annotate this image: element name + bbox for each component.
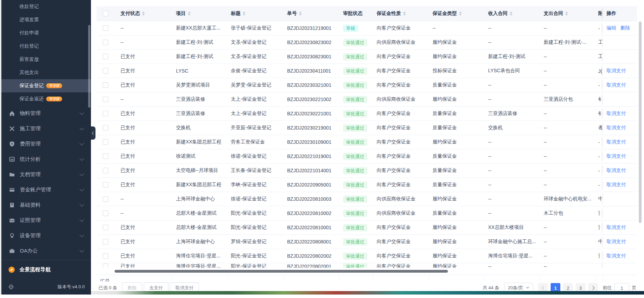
row-checkbox[interactable]: [103, 196, 108, 202]
sidebar-section-7[interactable]: 证照管理: [1, 213, 91, 228]
row-checkbox[interactable]: [103, 82, 108, 88]
sidebar-section-1[interactable]: 施工管理: [1, 121, 91, 136]
row-checkbox[interactable]: [103, 225, 108, 230]
action-link[interactable]: 取消支付: [607, 110, 626, 117]
select-all-checkbox[interactable]: [103, 11, 108, 16]
sidebar-item-flow-nav[interactable]: 全景流程导航: [1, 262, 91, 278]
sort-caret-icon[interactable]: [142, 11, 145, 16]
cell-nature: 向客户交保证金: [373, 125, 429, 131]
action-link[interactable]: 取消支付: [607, 139, 626, 145]
approval-status-badge: 审批通过: [343, 96, 367, 103]
horizontal-scrollbar[interactable]: [97, 270, 637, 273]
vertical-scrollbar-thumb[interactable]: [639, 22, 642, 223]
sidebar-section-6[interactable]: 基础资料: [1, 197, 91, 213]
cell-income: LYSC承包合同: [485, 68, 540, 74]
cell-actions: 取消支付: [603, 149, 637, 163]
cell-title: 文圣-保证金登记: [227, 39, 284, 45]
cell-text: 交换机: [488, 125, 503, 130]
column-header-approval: 审批状态: [340, 10, 373, 17]
action-link[interactable]: 取消支付: [607, 68, 626, 74]
row-checkbox[interactable]: [103, 97, 108, 102]
row-checkbox[interactable]: [103, 264, 108, 268]
chevron-right-icon: [591, 286, 594, 290]
column-header-nature[interactable]: 保证金性质: [373, 10, 429, 17]
row-checkbox[interactable]: [103, 239, 108, 245]
row-checkbox[interactable]: [103, 68, 108, 74]
cell-text: --: [488, 82, 491, 88]
row-checkbox-cell: [97, 168, 117, 173]
sidebar-section-5[interactable]: 资金账户管理: [1, 182, 91, 197]
action-link[interactable]: 取消支付: [607, 167, 626, 174]
sidebar-section-9[interactable]: OA办公: [1, 243, 91, 258]
action-link[interactable]: 取消支付: [607, 224, 626, 231]
cell-text: XX总部大楼项目: [488, 224, 524, 230]
table-row: --三亚酒店装修太上-保证金登记BZJDJ20230221002审批通过向供应商…: [97, 92, 637, 107]
action-link[interactable]: 编辑: [607, 25, 616, 31]
row-checkbox[interactable]: [103, 154, 108, 159]
horizontal-scrollbar-thumb[interactable]: [115, 270, 448, 273]
cell-no: BZJDJ20230221001: [284, 111, 340, 116]
cell-text: --: [120, 40, 124, 45]
action-link[interactable]: 取消支付: [607, 82, 626, 88]
row-checkbox[interactable]: [103, 168, 108, 173]
cell-expense: --: [540, 168, 596, 173]
sort-caret-icon[interactable]: [565, 11, 568, 16]
column-header-income[interactable]: 收入合同: [485, 10, 540, 17]
sidebar-scrollbar[interactable]: [88, 25, 90, 108]
sidebar-section-4[interactable]: 文档管理: [1, 167, 91, 182]
sidebar-item-5[interactable]: 其他支出: [1, 66, 91, 79]
sidebar-item-0[interactable]: 收款登记: [1, 0, 91, 13]
column-header-pay[interactable]: 支付状态: [117, 10, 173, 17]
action-link[interactable]: 取消支付: [607, 125, 626, 131]
row-checkbox-cell: [97, 253, 117, 259]
sidebar-section-0[interactable]: 物料管理: [1, 106, 91, 121]
column-header-no[interactable]: 单号: [284, 10, 340, 17]
sort-caret-icon[interactable]: [188, 11, 191, 16]
row-checkbox[interactable]: [103, 40, 108, 45]
action-link[interactable]: 取消支付: [607, 253, 626, 259]
sidebar-item-1[interactable]: 进项发票: [1, 13, 91, 26]
action-link[interactable]: 取消支付: [607, 153, 626, 159]
sort-caret-icon[interactable]: [299, 11, 302, 16]
cell-income: 环球金融中心施工总...: [485, 239, 540, 245]
cell-pay: --: [117, 40, 173, 45]
sidebar-item-2[interactable]: 付款申请: [1, 26, 91, 40]
row-checkbox[interactable]: [103, 54, 108, 59]
row-checkbox[interactable]: [103, 182, 108, 188]
gear-icon[interactable]: [8, 284, 14, 290]
cell-actions: 取消支付: [603, 249, 637, 263]
sidebar-section-3[interactable]: 统计分析: [1, 151, 91, 167]
column-header-type[interactable]: 保证金类型: [429, 10, 485, 17]
action-link[interactable]: 取消支付: [607, 239, 626, 245]
sidebar-item-7[interactable]: 保证金返还专业版: [1, 92, 91, 106]
sidebar-item-6[interactable]: 保证金登记专业版: [1, 79, 91, 92]
row-checkbox[interactable]: [103, 125, 108, 131]
sort-caret-icon[interactable]: [403, 11, 406, 16]
cell-title: 文圣-保证金登记: [227, 53, 284, 60]
row-checkbox[interactable]: [103, 210, 108, 216]
row-checkbox[interactable]: [103, 139, 108, 145]
sidebar-section-2[interactable]: ¥费用管理: [1, 136, 91, 151]
sidebar-item-3[interactable]: 付款登记: [1, 40, 91, 53]
row-checkbox[interactable]: [103, 25, 108, 31]
flow-nav-label: 全景流程导航: [19, 266, 51, 273]
row-checkbox[interactable]: [103, 253, 108, 259]
column-header-expense[interactable]: 支出合同: [540, 10, 596, 17]
sort-caret-icon[interactable]: [510, 11, 512, 16]
sidebar-section-8[interactable]: 设备管理: [1, 228, 91, 243]
column-header-project[interactable]: 项目: [173, 10, 227, 17]
cell-nature: 向供应商收保证金: [373, 96, 429, 102]
cell-approval: 审批通过: [340, 139, 373, 146]
sidebar-item-4[interactable]: 薪资发放: [1, 53, 91, 66]
cell-approval: 审批通过: [340, 181, 373, 189]
sort-caret-icon[interactable]: [459, 11, 462, 16]
action-link[interactable]: 删除: [620, 25, 630, 31]
sidebar-collapse-handle[interactable]: [91, 126, 95, 140]
column-header-title[interactable]: 标题: [227, 10, 284, 17]
sort-caret-icon[interactable]: [243, 11, 245, 16]
cell-type: 履约保证金: [429, 263, 485, 268]
tools-icon: [9, 126, 15, 132]
action-link[interactable]: 取消支付: [607, 182, 626, 188]
row-checkbox[interactable]: [103, 111, 108, 116]
table-row: 已支付总部大楼-金星测试阳光-保证金登记BZJDJ20220810001审批通过…: [97, 221, 637, 235]
